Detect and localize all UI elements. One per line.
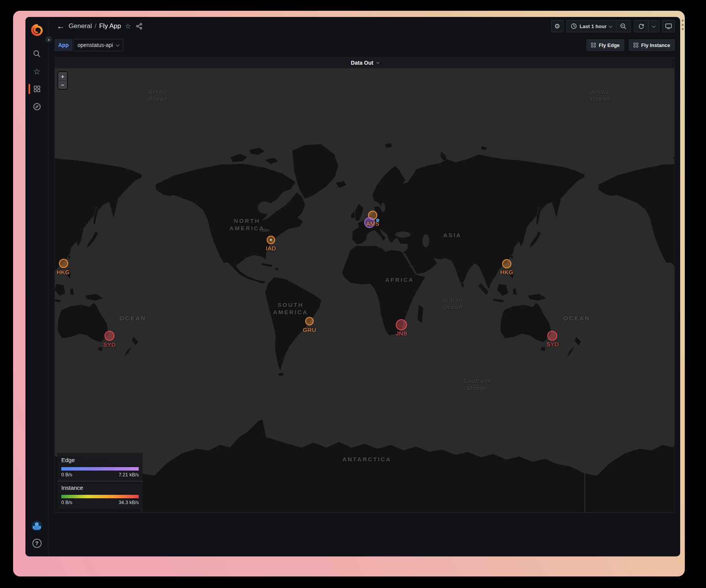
gear-icon: ⚙ <box>554 23 560 30</box>
map-legend: Edge0 B/s7.21 kB/sInstance0 B/s34.3 kB/s <box>57 453 143 509</box>
clock-icon <box>571 23 577 29</box>
legend-max: 34.3 kB/s <box>119 500 139 505</box>
map-marker-syd[interactable] <box>104 331 114 341</box>
map-marker-hkg[interactable] <box>59 259 68 268</box>
legend-minmax: 0 B/s7.21 kB/s <box>61 472 139 477</box>
share-icon <box>136 23 143 30</box>
sidebar: ☆ ? <box>25 17 49 556</box>
toolbar-right: ⚙ Last 1 hour <box>551 20 675 32</box>
submenu-row: App openstatus-api Fly Edge Fly Instance <box>49 35 680 55</box>
user-avatar[interactable] <box>32 521 42 531</box>
help-button[interactable]: ? <box>32 539 42 548</box>
dashboard-settings-button[interactable]: ⚙ <box>551 20 563 32</box>
world-map[interactable]: ArcticOceanArcticOceanNORTHAMERICAASIAAF… <box>55 68 674 513</box>
legend-min: 0 B/s <box>61 500 72 505</box>
variable-value: openstatus-api <box>77 42 113 48</box>
map-marker-jnb[interactable] <box>396 319 407 330</box>
dashboards-grid-icon <box>34 86 40 92</box>
map-marker-label: HKG <box>57 269 70 275</box>
compass-icon <box>33 102 41 111</box>
map-marker-label: IAD <box>266 245 276 251</box>
tv-mode-button[interactable] <box>662 20 675 32</box>
avatar-figure <box>35 523 39 526</box>
monitor-icon <box>665 23 672 29</box>
share-button[interactable] <box>136 23 143 30</box>
map-zoom-control: + − <box>58 72 67 89</box>
map-marker-syd[interactable] <box>547 331 557 341</box>
back-button[interactable]: ← <box>57 22 65 31</box>
zoom-out-icon <box>620 23 627 30</box>
grafana-window: ☆ ? › <box>25 17 680 556</box>
panel-header[interactable]: Data Out <box>55 57 674 68</box>
refresh-icon <box>638 23 644 29</box>
map-marker-hkg[interactable] <box>502 259 511 268</box>
frame-dot <box>682 28 684 30</box>
sidebar-item-dashboards[interactable] <box>25 80 49 98</box>
variable-value-dropdown[interactable]: openstatus-api <box>73 39 123 51</box>
favorite-dashboard-button[interactable]: ☆ <box>125 22 131 30</box>
link-fly-instance[interactable]: Fly Instance <box>629 39 675 51</box>
sidebar-item-starred[interactable]: ☆ <box>25 62 49 80</box>
help-label: ? <box>35 540 39 546</box>
legend-title: Edge <box>61 457 139 463</box>
breadcrumb-folder[interactable]: General <box>69 22 92 30</box>
sidebar-item-explore[interactable] <box>25 98 49 116</box>
legend-section: Instance0 B/s34.3 kB/s <box>57 481 143 509</box>
frame-dot <box>682 20 684 22</box>
legend-gradient-bar <box>61 495 139 498</box>
refresh-interval-dropdown[interactable] <box>648 20 659 32</box>
time-range-picker[interactable]: Last 1 hour <box>567 20 616 32</box>
star-icon: ☆ <box>33 67 40 75</box>
legend-title: Instance <box>61 484 139 491</box>
link-fly-edge[interactable]: Fly Edge <box>587 39 624 51</box>
legend-section: Edge0 B/s7.21 kB/s <box>57 454 143 481</box>
sidebar-item-search[interactable] <box>25 45 49 62</box>
chevron-down-icon <box>609 24 613 28</box>
screenshot-gradient-frame: ☆ ? › <box>13 11 685 576</box>
breadcrumb: General / Fly App <box>69 22 121 30</box>
map-marker-label: GRU <box>303 327 316 333</box>
zoom-out-time-button[interactable] <box>616 20 630 32</box>
top-navbar: ← General / Fly App ☆ <box>49 17 680 35</box>
map-marker-layer: AMSIADHKGHKGGRUJNBSYDSYD <box>55 68 674 513</box>
refresh-button[interactable] <box>634 20 648 32</box>
map-marker-label: HKG <box>500 269 513 275</box>
variable-label[interactable]: App <box>54 39 72 51</box>
frame-dot <box>682 24 684 26</box>
panel-title: Data Out <box>351 60 373 66</box>
legend-minmax: 0 B/s34.3 kB/s <box>61 500 139 505</box>
map-marker-gru[interactable] <box>305 317 314 325</box>
map-zoom-out-button[interactable]: − <box>58 80 67 89</box>
map-marker-iad[interactable] <box>270 239 272 241</box>
legend-gradient-bar <box>61 467 139 471</box>
chevron-down-icon <box>652 24 656 28</box>
time-picker-group: Last 1 hour <box>566 20 631 32</box>
map-marker-label: SYD <box>103 341 116 348</box>
main-content: ← General / Fly App ☆ <box>49 17 680 556</box>
geomap-panel: Data Out <box>54 57 675 513</box>
map-marker-label: JNB <box>396 330 407 337</box>
legend-max: 7.21 kB/s <box>119 472 139 477</box>
map-marker-label: SYD <box>546 341 559 347</box>
grafana-logo-icon[interactable] <box>31 24 43 36</box>
dashboard-links: Fly Edge Fly Instance <box>587 39 675 51</box>
apps-grid-icon <box>634 43 638 47</box>
apps-grid-icon <box>591 43 596 47</box>
breadcrumb-separator: / <box>94 22 96 30</box>
active-accent-bar <box>29 84 30 94</box>
refresh-group <box>634 20 659 32</box>
page-title: Fly App <box>99 22 121 30</box>
sidebar-collapse-button[interactable]: › <box>44 35 53 44</box>
chevron-down-icon <box>116 43 120 47</box>
search-icon <box>33 50 41 58</box>
map-marker-label: AMS <box>366 220 379 227</box>
legend-min: 0 B/s <box>61 472 72 477</box>
map-zoom-in-button[interactable]: + <box>58 72 67 80</box>
time-range-label: Last 1 hour <box>580 23 607 29</box>
panel-menu-chevron-icon <box>376 60 379 64</box>
